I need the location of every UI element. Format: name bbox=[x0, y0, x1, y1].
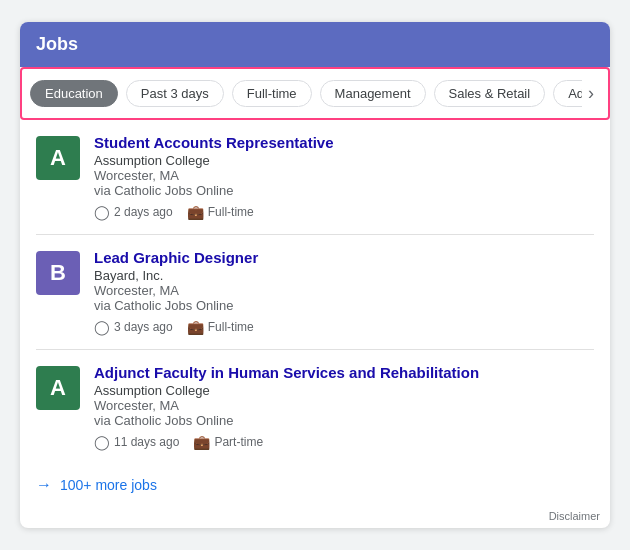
type-text: Full-time bbox=[208, 205, 254, 219]
page-title: Jobs bbox=[36, 34, 78, 54]
job-title[interactable]: Lead Graphic Designer bbox=[94, 249, 594, 266]
job-source: via Catholic Jobs Online bbox=[94, 183, 594, 198]
job-item[interactable]: A Adjunct Faculty in Human Services and … bbox=[36, 350, 594, 464]
job-meta: ◯ 3 days ago 💼 Full-time bbox=[94, 319, 594, 335]
filter-chip-management[interactable]: Management bbox=[320, 80, 426, 107]
job-posted: ◯ 3 days ago bbox=[94, 319, 173, 335]
card-header: Jobs bbox=[20, 22, 610, 67]
job-title[interactable]: Student Accounts Representative bbox=[94, 134, 594, 151]
posted-text: 3 days ago bbox=[114, 320, 173, 334]
briefcase-icon: 💼 bbox=[187, 204, 204, 220]
jobs-card: Jobs EducationPast 3 daysFull-timeManage… bbox=[20, 22, 610, 528]
clock-icon: ◯ bbox=[94, 434, 110, 450]
more-jobs-row: → 100+ more jobs bbox=[20, 464, 610, 508]
disclaimer-text: Disclaimer bbox=[20, 508, 610, 528]
company-logo: A bbox=[36, 136, 80, 180]
filter-chip-advertising-&-marketi…[interactable]: Advertising & Marketi… bbox=[553, 80, 582, 107]
filter-bar-wrapper: EducationPast 3 daysFull-timeManagementS… bbox=[20, 67, 610, 120]
job-info: Adjunct Faculty in Human Services and Re… bbox=[94, 364, 594, 450]
job-meta: ◯ 2 days ago 💼 Full-time bbox=[94, 204, 594, 220]
type-text: Full-time bbox=[208, 320, 254, 334]
job-item[interactable]: B Lead Graphic Designer Bayard, Inc. Wor… bbox=[36, 235, 594, 350]
more-jobs-link[interactable]: 100+ more jobs bbox=[60, 477, 157, 493]
filter-chip-full-time[interactable]: Full-time bbox=[232, 80, 312, 107]
filter-chip-past-3-days[interactable]: Past 3 days bbox=[126, 80, 224, 107]
company-logo: B bbox=[36, 251, 80, 295]
arrow-right-icon: → bbox=[36, 476, 52, 494]
company-name: Assumption College bbox=[94, 153, 594, 168]
filter-chip-sales-&-retail[interactable]: Sales & Retail bbox=[434, 80, 546, 107]
job-title[interactable]: Adjunct Faculty in Human Services and Re… bbox=[94, 364, 594, 381]
job-type: 💼 Full-time bbox=[187, 319, 254, 335]
job-source: via Catholic Jobs Online bbox=[94, 298, 594, 313]
job-location: Worcester, MA bbox=[94, 283, 594, 298]
company-name: Bayard, Inc. bbox=[94, 268, 594, 283]
job-info: Student Accounts Representative Assumpti… bbox=[94, 134, 594, 220]
job-type: 💼 Part-time bbox=[193, 434, 263, 450]
job-info: Lead Graphic Designer Bayard, Inc. Worce… bbox=[94, 249, 594, 335]
type-text: Part-time bbox=[214, 435, 263, 449]
job-location: Worcester, MA bbox=[94, 168, 594, 183]
job-location: Worcester, MA bbox=[94, 398, 594, 413]
filter-chip-education[interactable]: Education bbox=[30, 80, 118, 107]
job-list: A Student Accounts Representative Assump… bbox=[20, 120, 610, 464]
job-posted: ◯ 11 days ago bbox=[94, 434, 179, 450]
posted-text: 11 days ago bbox=[114, 435, 179, 449]
job-type: 💼 Full-time bbox=[187, 204, 254, 220]
job-source: via Catholic Jobs Online bbox=[94, 413, 594, 428]
company-name: Assumption College bbox=[94, 383, 594, 398]
briefcase-icon: 💼 bbox=[193, 434, 210, 450]
filter-next-button[interactable]: › bbox=[582, 79, 600, 108]
clock-icon: ◯ bbox=[94, 204, 110, 220]
job-item[interactable]: A Student Accounts Representative Assump… bbox=[36, 120, 594, 235]
posted-text: 2 days ago bbox=[114, 205, 173, 219]
job-meta: ◯ 11 days ago 💼 Part-time bbox=[94, 434, 594, 450]
briefcase-icon: 💼 bbox=[187, 319, 204, 335]
job-posted: ◯ 2 days ago bbox=[94, 204, 173, 220]
filter-bar: EducationPast 3 daysFull-timeManagementS… bbox=[30, 80, 582, 107]
company-logo: A bbox=[36, 366, 80, 410]
clock-icon: ◯ bbox=[94, 319, 110, 335]
